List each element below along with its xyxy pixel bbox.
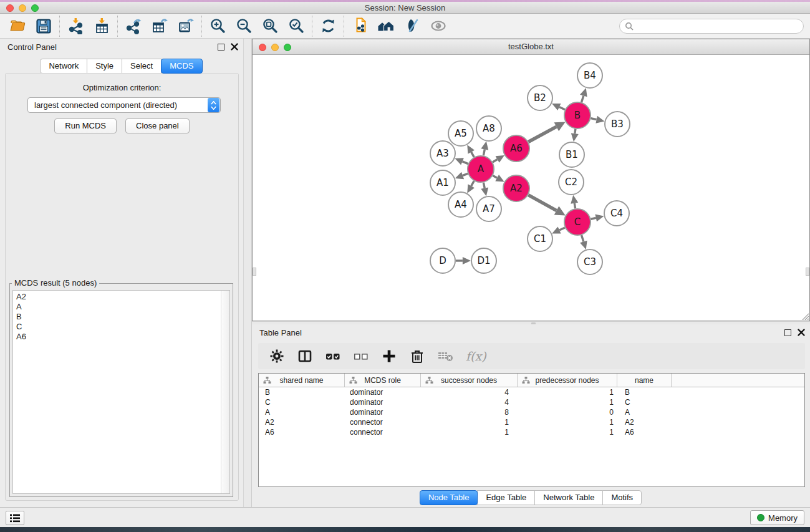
cell-name[interactable]: A: [617, 408, 672, 417]
tab-style[interactable]: Style: [87, 59, 122, 74]
graph-edge-C-C1[interactable]: [559, 228, 565, 230]
graph-edge-B-B3[interactable]: [591, 118, 596, 120]
graph-edge-A-A4[interactable]: [471, 181, 475, 186]
close-panel-icon[interactable]: [231, 43, 238, 51]
network-canvas[interactable]: AA1A3A5A8A6A2A4A7BB2B4B3B1CC2C4C1C3DD1: [253, 56, 809, 321]
graph-edge-A-A6[interactable]: [493, 160, 498, 162]
run-mcds-button[interactable]: Run MCDS: [54, 118, 117, 133]
search-input[interactable]: [637, 21, 798, 31]
cell-shared-name[interactable]: B: [259, 388, 345, 397]
tab-motifs[interactable]: Motifs: [602, 490, 642, 505]
tab-edge-table[interactable]: Edge Table: [477, 490, 535, 505]
cell-mcds-role[interactable]: dominator: [345, 388, 421, 397]
cell-name[interactable]: A2: [617, 418, 672, 427]
zoom-fit-icon[interactable]: [261, 17, 279, 35]
mcds-result-item[interactable]: A6: [16, 332, 218, 342]
cell-shared-name[interactable]: A6: [259, 428, 345, 437]
new-network-from-selection-icon[interactable]: [351, 17, 369, 35]
hide-graphics-details-icon[interactable]: [403, 17, 421, 35]
cell-mcds-role[interactable]: dominator: [345, 408, 421, 417]
cell-predecessor-nodes[interactable]: 1: [518, 428, 617, 437]
zoom-out-icon[interactable]: [235, 17, 253, 35]
graph-edge-C-C4[interactable]: [591, 218, 595, 219]
mcds-result-item[interactable]: A2: [16, 292, 218, 302]
delete-columns-trash-icon[interactable]: [408, 348, 426, 364]
tab-network[interactable]: Network: [40, 59, 87, 74]
graph-edge-A2-C[interactable]: [528, 195, 556, 211]
cell-successor-nodes[interactable]: 4: [421, 388, 518, 397]
float-table-panel-icon[interactable]: [784, 329, 791, 336]
import-table-icon[interactable]: [93, 17, 110, 35]
task-history-button[interactable]: [6, 511, 24, 525]
export-image-icon[interactable]: [177, 17, 195, 35]
mcds-result-item[interactable]: C: [16, 322, 218, 332]
cell-shared-name[interactable]: A: [259, 408, 345, 417]
column-split-icon[interactable]: [296, 348, 314, 364]
cell-predecessor-nodes[interactable]: 1: [518, 418, 617, 427]
graph-edge-B-B1[interactable]: [575, 129, 576, 133]
tab-select[interactable]: Select: [122, 59, 162, 74]
cell-shared-name[interactable]: C: [259, 398, 345, 407]
graph-edge-A6-B[interactable]: [528, 127, 556, 142]
cell-mcds-role[interactable]: dominator: [345, 398, 421, 407]
resize-grip-icon[interactable]: [801, 312, 809, 320]
close-table-panel-icon[interactable]: [798, 329, 805, 336]
cell-name[interactable]: B: [617, 388, 672, 397]
mcds-result-item[interactable]: B: [16, 312, 218, 322]
table-row-A2[interactable]: A2connector11A2: [259, 417, 804, 427]
cell-name[interactable]: A6: [617, 428, 672, 437]
table-row-A[interactable]: Adominator80A: [259, 407, 804, 417]
memory-button[interactable]: Memory: [750, 510, 804, 525]
cell-successor-nodes[interactable]: 4: [421, 398, 518, 407]
save-session-icon[interactable]: [35, 17, 52, 35]
cell-predecessor-nodes[interactable]: 1: [518, 398, 617, 407]
zoom-in-icon[interactable]: [209, 17, 226, 35]
graph-edge-B-B2[interactable]: [559, 107, 565, 109]
column-header-shared-name[interactable]: shared name: [259, 374, 345, 387]
cell-mcds-role[interactable]: connector: [345, 418, 421, 427]
function-builder-icon[interactable]: f(x): [466, 349, 486, 363]
app-titlebar[interactable]: Session: New Session: [0, 2, 810, 14]
cell-predecessor-nodes[interactable]: 1: [518, 388, 617, 397]
graph-edge-A-A1[interactable]: [463, 173, 468, 175]
table-row-C[interactable]: Cdominator41C: [259, 397, 804, 407]
table-row-B[interactable]: Bdominator41B: [259, 387, 804, 397]
vertical-splitter[interactable]: [243, 39, 252, 507]
network-frame-titlebar[interactable]: testGlobe.txt: [253, 39, 809, 55]
select-all-columns-icon[interactable]: [324, 348, 342, 364]
import-network-icon[interactable]: [67, 17, 84, 35]
result-list-scrollbar[interactable]: [221, 291, 229, 493]
cell-successor-nodes[interactable]: 1: [421, 418, 518, 427]
tab-node-table[interactable]: Node Table: [420, 490, 478, 505]
refresh-view-icon[interactable]: [319, 17, 337, 35]
home-icon[interactable]: [377, 17, 395, 35]
search-field[interactable]: [619, 19, 804, 34]
tab-network-table[interactable]: Network Table: [534, 490, 603, 505]
close-panel-button[interactable]: Close panel: [125, 118, 190, 133]
export-network-icon[interactable]: [125, 17, 142, 35]
export-table-icon[interactable]: [151, 17, 168, 35]
table-options-gear-icon[interactable]: [268, 348, 286, 364]
cell-mcds-role[interactable]: connector: [345, 428, 421, 437]
graph-edge-A-A8[interactable]: [483, 149, 485, 155]
cell-successor-nodes[interactable]: 8: [421, 408, 518, 417]
graph-edge-C-C3[interactable]: [582, 235, 584, 241]
add-column-icon[interactable]: [380, 348, 398, 364]
column-header-predecessor-nodes[interactable]: predecessor nodes: [518, 374, 617, 387]
table-row-A6[interactable]: A6connector11A6: [259, 427, 804, 437]
column-header-mcds-role[interactable]: MCDS role: [345, 374, 421, 387]
graph-edge-A-A2[interactable]: [493, 176, 497, 178]
float-panel-icon[interactable]: [218, 44, 224, 51]
cell-predecessor-nodes[interactable]: 0: [518, 408, 617, 417]
criterion-dropdown[interactable]: largest connected component (directed): [27, 97, 221, 113]
mcds-result-item[interactable]: A: [16, 302, 218, 312]
graph-edge-A-A7[interactable]: [483, 183, 485, 188]
cell-successor-nodes[interactable]: 1: [421, 428, 518, 437]
column-header-successor-nodes[interactable]: successor nodes: [421, 374, 518, 387]
zoom-selected-icon[interactable]: [287, 17, 305, 35]
tab-mcds[interactable]: MCDS: [161, 59, 202, 74]
delete-table-icon[interactable]: [436, 348, 454, 364]
open-session-icon[interactable]: [9, 17, 26, 35]
cell-shared-name[interactable]: A2: [259, 418, 345, 427]
eye-icon[interactable]: [430, 17, 447, 35]
